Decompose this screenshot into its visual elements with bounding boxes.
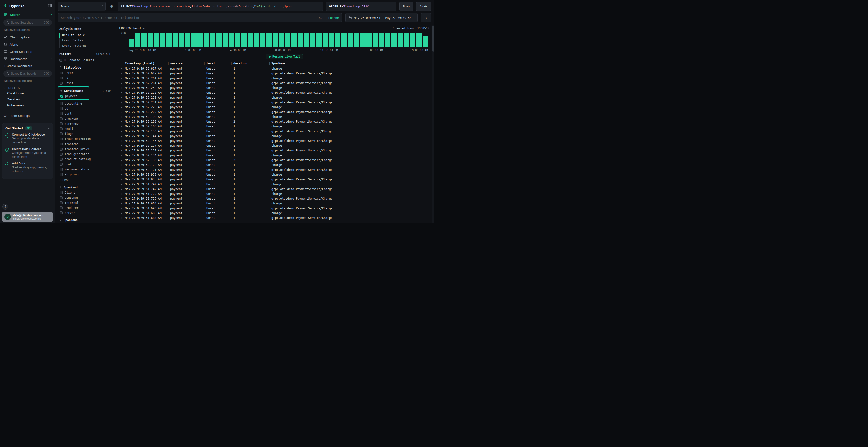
table-row[interactable]: May 27 9:09:52.137 AM payment Unset 1 ch… <box>119 143 430 148</box>
table-row[interactable]: May 27 9:09:51.694 AM payment Unset 1 ch… <box>119 201 430 206</box>
histogram-bar[interactable] <box>279 33 284 47</box>
checkbox[interactable] <box>60 143 63 145</box>
expand-row-chevron-icon[interactable] <box>120 174 122 175</box>
facet-option[interactable]: Internal <box>59 200 111 205</box>
histogram-bar[interactable] <box>423 36 428 47</box>
histogram-bar[interactable] <box>148 33 153 47</box>
facet-option-selected[interactable]: payment <box>60 94 87 99</box>
search-icon[interactable] <box>60 89 62 92</box>
expand-row-chevron-icon[interactable] <box>120 106 122 108</box>
histogram-bar[interactable] <box>341 33 347 47</box>
expand-row-chevron-icon[interactable] <box>120 77 122 79</box>
histogram-bar[interactable] <box>179 33 184 47</box>
checkbox[interactable] <box>60 72 63 74</box>
histogram-bar[interactable] <box>316 33 322 47</box>
expand-row-chevron-icon[interactable] <box>120 203 122 204</box>
facet-option[interactable]: quote <box>59 162 111 167</box>
facet-option[interactable]: frontend <box>59 141 111 146</box>
preset-dashboard-link[interactable]: ClickHouse <box>0 90 55 96</box>
table-row[interactable]: May 27 9:09:52.231 AM payment Unset 1 ch… <box>119 95 430 100</box>
expand-row-chevron-icon[interactable] <box>120 126 122 127</box>
facet-option[interactable]: Consumer <box>59 195 111 200</box>
expand-row-chevron-icon[interactable] <box>120 82 122 84</box>
expand-row-chevron-icon[interactable] <box>120 169 122 171</box>
sidebar-item-chart-explorer[interactable]: Chart Explorer <box>0 33 55 41</box>
histogram-bar[interactable] <box>204 33 209 47</box>
table-row[interactable]: May 27 9:09:52.261 AM payment Unset 1 ch… <box>119 76 430 81</box>
checkbox[interactable] <box>60 107 63 110</box>
facet-option[interactable]: Producer <box>59 205 111 210</box>
checkbox[interactable] <box>60 148 63 150</box>
column-header-spanname[interactable]: SpanName <box>272 62 430 65</box>
histogram-bar[interactable] <box>129 39 134 47</box>
table-row[interactable]: May 27 9:09:51.693 AM payment Unset 1 gr… <box>119 206 430 211</box>
denoise-toggle[interactable]: ◎ Denoise Results <box>59 58 111 63</box>
facet-option[interactable]: checkout <box>59 116 111 121</box>
vertical-scrollbar[interactable] <box>432 25 434 224</box>
facet-option[interactable]: Ok <box>59 75 111 80</box>
histogram-bar[interactable] <box>254 33 259 47</box>
table-row[interactable]: May 27 9:09:52.159 AM payment Unset 1 gr… <box>119 129 430 134</box>
facet-option[interactable]: recommendation <box>59 167 111 172</box>
histogram-bar[interactable] <box>154 33 159 47</box>
facet-option[interactable]: cart <box>59 111 111 116</box>
checkbox[interactable] <box>60 133 63 135</box>
column-header-service[interactable]: service <box>170 62 207 65</box>
facet-option[interactable]: currency <box>59 121 111 126</box>
facet-option[interactable]: fraud-detection <box>59 136 111 141</box>
checkbox[interactable] <box>60 206 63 209</box>
expand-row-chevron-icon[interactable] <box>120 149 122 151</box>
table-row[interactable]: May 27 9:09:52.133 AM payment Unset 2 gr… <box>119 158 430 163</box>
expand-row-chevron-icon[interactable] <box>120 101 122 103</box>
column-header-duration[interactable]: duration <box>234 62 272 65</box>
facet-option[interactable]: charge <box>59 223 111 224</box>
facet-option[interactable]: product-catalog <box>59 157 111 162</box>
histogram-bar[interactable] <box>379 33 384 47</box>
table-row[interactable]: May 27 9:09:52.192 AM payment Unset 2 gr… <box>119 119 430 124</box>
histogram-bar[interactable] <box>173 33 178 47</box>
histogram-bar[interactable] <box>291 33 297 47</box>
analysis-mode-option[interactable]: Event Deltas <box>59 38 111 43</box>
sidebar-collapse-icon[interactable] <box>48 4 52 7</box>
expand-row-chevron-icon[interactable] <box>120 198 122 199</box>
expand-row-chevron-icon[interactable] <box>120 72 122 74</box>
sidebar-item-alerts[interactable]: Alerts <box>0 41 55 48</box>
histogram-bar[interactable] <box>185 33 190 47</box>
histogram-bar[interactable] <box>229 33 234 48</box>
expand-row-chevron-icon[interactable] <box>120 87 122 89</box>
table-row[interactable]: May 27 9:09:52.231 AM payment Unset 1 gr… <box>119 100 430 105</box>
histogram-bar[interactable] <box>398 33 403 47</box>
expand-row-chevron-icon[interactable] <box>120 121 122 122</box>
table-options-icon[interactable] <box>426 61 429 65</box>
search-icon[interactable] <box>59 219 62 221</box>
checkbox[interactable] <box>60 128 63 130</box>
checkbox[interactable] <box>60 77 63 79</box>
sidebar-item-team-settings[interactable]: ⚙ Team Settings <box>0 112 55 119</box>
expand-row-chevron-icon[interactable] <box>120 183 122 185</box>
expand-row-chevron-icon[interactable] <box>120 140 122 142</box>
checkbox[interactable] <box>60 153 63 156</box>
table-row[interactable]: May 27 9:09:52.143 AM payment Unset 1 gr… <box>119 138 430 143</box>
expand-row-chevron-icon[interactable] <box>120 145 122 146</box>
expand-row-chevron-icon[interactable] <box>120 193 122 195</box>
facet-option[interactable]: frontend-proxy <box>59 146 111 151</box>
checkbox[interactable] <box>60 191 63 194</box>
facet-option[interactable]: Server <box>59 210 111 215</box>
table-row[interactable]: May 27 9:09:52.137 AM payment Unset 1 gr… <box>119 148 430 153</box>
sql-language-option[interactable]: SQL <box>319 16 324 20</box>
expand-row-chevron-icon[interactable] <box>120 154 122 156</box>
checkbox[interactable] <box>60 102 63 105</box>
saved-dashboards-input[interactable]: Saved Dashboards ⌘K <box>3 70 52 77</box>
preset-dashboard-link[interactable]: Kubernetes <box>0 102 55 108</box>
sidebar-item-client-sessions[interactable]: Client Sessions <box>0 48 55 55</box>
table-row[interactable]: May 27 9:09:52.617 AM payment Unset 1 ch… <box>119 66 430 71</box>
table-row[interactable]: May 27 9:09:51.742 AM payment Unset 1 gr… <box>119 187 430 192</box>
expand-row-chevron-icon[interactable] <box>120 68 122 69</box>
table-row[interactable]: May 27 9:09:51.685 AM payment Unset 1 ch… <box>119 211 430 215</box>
checkbox[interactable] <box>60 173 63 176</box>
table-row[interactable]: May 27 9:09:52.192 AM payment Unset 1 ch… <box>119 114 430 119</box>
date-range-picker[interactable]: May 26 09:09:54 - May 27 09:09:54 <box>345 13 417 22</box>
search-icon[interactable] <box>59 66 62 69</box>
histogram-bar[interactable] <box>248 33 253 47</box>
column-header-level[interactable]: level <box>207 62 234 65</box>
